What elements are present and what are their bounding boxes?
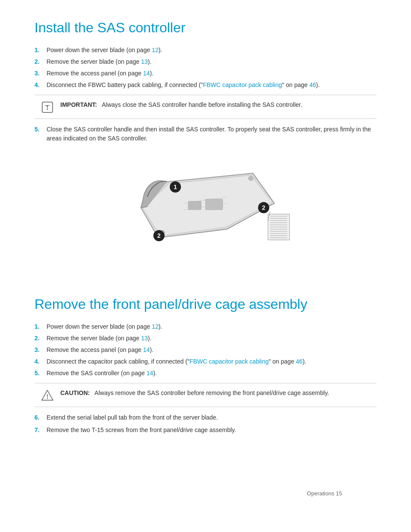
svg-text:2: 2 — [157, 232, 161, 239]
svg-rect-8 — [206, 199, 223, 210]
step-2: 2. Remove the server blade (on page 13). — [34, 57, 377, 66]
section2-steps: 1. Power down the server blade (on page … — [34, 322, 377, 378]
s2-link-page-14b[interactable]: 14 — [146, 370, 153, 376]
step-3-text: Remove the access panel (on page 14). — [47, 69, 377, 78]
important-text: IMPORTANT: Always close the SAS controll… — [60, 100, 302, 109]
s2-step-1-text: Power down the server blade (on page 12)… — [47, 322, 377, 331]
step-1-text: Power down the server blade (on page 12)… — [47, 46, 377, 55]
step-2-text: Remove the server blade (on page 13). — [47, 57, 377, 66]
link-fbwc-cabling[interactable]: FBWC capacitor pack cabling — [203, 81, 282, 88]
s2-step-6-num: 6. — [34, 413, 47, 422]
important-label: IMPORTANT: — [60, 101, 97, 108]
s2-step-1: 1. Power down the server blade (on page … — [34, 322, 377, 331]
s2-step-7-text: Remove the two T-15 screws from the fron… — [47, 426, 377, 435]
diagram-svg: 1 2 2 — [115, 156, 296, 277]
s2-step-1-num: 1. — [34, 322, 47, 331]
step-4-num: 4. — [34, 81, 47, 90]
s2-link-page-46[interactable]: 46 — [296, 358, 303, 365]
caution-text: CAUTION: Always remove the SAS controlle… — [60, 389, 329, 398]
s2-step-5-text: Remove the SAS controller (on page 14). — [47, 369, 377, 378]
step-5-num: 5. — [34, 125, 47, 143]
s2-link-page-14[interactable]: 14 — [143, 346, 150, 353]
link-page-12[interactable]: 12 — [152, 47, 159, 53]
s2-step-4-text: Disconnect the capacitor pack cabling, i… — [47, 357, 377, 366]
section2-title: Remove the front panel/drive cage assemb… — [34, 294, 377, 314]
s2-step-5-num: 5. — [34, 369, 47, 378]
svg-text:1: 1 — [174, 184, 177, 190]
s2-step-2: 2. Remove the server blade (on page 13). — [34, 334, 377, 343]
step-5: 5. Close the SAS controller handle and t… — [34, 125, 377, 143]
svg-rect-7 — [188, 201, 201, 210]
link-page-46a[interactable]: 46 — [309, 81, 316, 88]
page-footer: Operations 15 — [307, 489, 342, 498]
svg-text:!: ! — [47, 394, 49, 400]
s2-step-7-num: 7. — [34, 426, 47, 435]
step-4: 4. Disconnect the FBWC battery pack cabl… — [34, 81, 377, 90]
svg-text:!: ! — [46, 104, 48, 111]
s2-step-5: 5. Remove the SAS controller (on page 14… — [34, 369, 377, 378]
step-1-num: 1. — [34, 46, 47, 55]
s2-step-2-text: Remove the server blade (on page 13). — [47, 334, 377, 343]
step-3: 3. Remove the access panel (on page 14). — [34, 69, 377, 78]
link-page-13[interactable]: 13 — [141, 58, 148, 65]
section1-steps: 1. Power down the server blade (on page … — [34, 46, 377, 90]
s2-step-7: 7. Remove the two T-15 screws from the f… — [34, 426, 377, 435]
step-1: 1. Power down the server blade (on page … — [34, 46, 377, 55]
caution-label: CAUTION: — [60, 389, 90, 396]
s2-step-6-text: Extend the serial label pull tab from th… — [47, 413, 377, 422]
s2-step-3-num: 3. — [34, 345, 47, 355]
s2-step-3: 3. Remove the access panel (on page 14). — [34, 345, 377, 355]
s2-step-2-num: 2. — [34, 334, 47, 343]
svg-point-12 — [250, 177, 252, 179]
s2-link-page-13[interactable]: 13 — [141, 335, 148, 342]
page-wrapper: Install the SAS controller 1. Power down… — [34, 17, 377, 515]
step-3-num: 3. — [34, 69, 47, 78]
sas-controller-diagram: 1 2 2 — [34, 156, 377, 277]
svg-text:2: 2 — [262, 204, 265, 211]
important-icon: ! — [41, 101, 53, 113]
s2-link-page-12[interactable]: 12 — [152, 323, 159, 330]
caution-box: ! CAUTION: Always remove the SAS control… — [34, 383, 377, 407]
section1-title: Install the SAS controller — [34, 17, 377, 38]
s2-step-3-text: Remove the access panel (on page 14). — [47, 345, 377, 355]
step-5-text: Close the SAS controller handle and then… — [47, 125, 377, 143]
footer-text: Operations 15 — [307, 490, 342, 497]
s2-step-4-num: 4. — [34, 357, 47, 366]
step-4-text: Disconnect the FBWC battery pack cabling… — [47, 81, 377, 90]
s2-step-4: 4. Disconnect the capacitor pack cabling… — [34, 357, 377, 366]
caution-icon: ! — [41, 389, 53, 401]
s2-link-fbwc[interactable]: FBWC capacitor pack cabling — [190, 358, 269, 365]
s2-step-6: 6. Extend the serial label pull tab from… — [34, 413, 377, 422]
important-box: ! IMPORTANT: Always close the SAS contro… — [34, 95, 377, 119]
link-page-14a[interactable]: 14 — [143, 70, 150, 77]
step-2-num: 2. — [34, 57, 47, 66]
